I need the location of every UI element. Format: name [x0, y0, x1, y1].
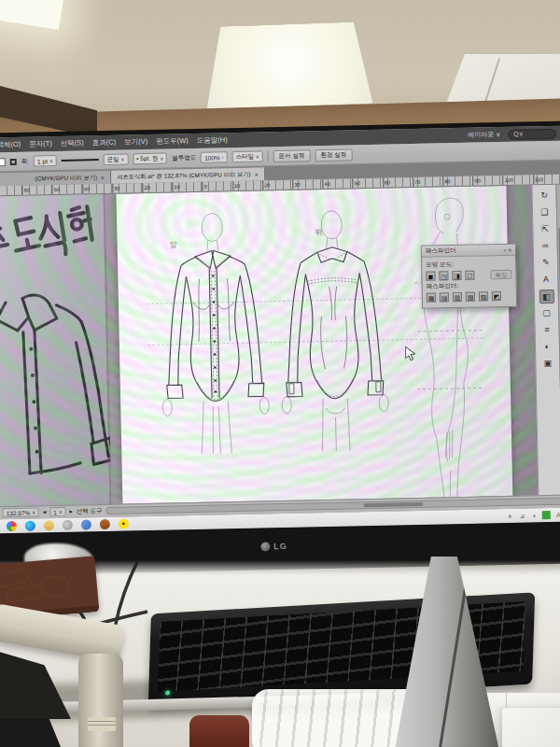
document-setup-button[interactable]: 문서 설정	[273, 149, 310, 162]
chrome-icon[interactable]	[7, 521, 17, 531]
canvas[interactable]: 츠도식화	[0, 185, 538, 506]
illustrator-window: 객체(O)문자(T)선택(S)효과(C)보기(V)윈도우(W)도움말(H) 레이…	[0, 126, 560, 534]
tray-volume-icon[interactable]: ◖	[530, 511, 539, 519]
close-icon[interactable]: ×	[255, 171, 259, 177]
layers-panel-icon[interactable]: ≡	[539, 323, 554, 337]
front-view-label: 앞	[170, 239, 177, 249]
preferences-button[interactable]: 환경 설정	[315, 148, 352, 162]
pathfinder-panel: 패스파인더 « ≡ 모양 모드: ◼◳◨◻ 확장 패스파인더: ▦▤▥▧▨◩	[421, 244, 517, 309]
outline-button[interactable]: ▨	[479, 291, 488, 301]
exclude-button[interactable]: ◻	[465, 271, 474, 280]
zoom-field[interactable]: 132.87%∨	[3, 507, 40, 517]
folder-icon[interactable]	[44, 520, 54, 530]
tray-network-icon[interactable]: ⊿	[518, 512, 526, 520]
minus-front-button[interactable]: ◳	[439, 271, 448, 280]
tray-caret-icon[interactable]: ∧	[506, 512, 514, 520]
style-select[interactable]: 스타일∨	[231, 150, 262, 162]
variable-width-preview	[62, 159, 99, 162]
ceiling-light-corner	[0, 0, 63, 30]
pathfinder-buttons: ▦▤▥▧▨◩	[427, 291, 501, 303]
intersect-button[interactable]: ◨	[452, 271, 461, 280]
kakaotalk-icon[interactable]: ●	[119, 518, 129, 529]
width-profile-select[interactable]: 균일∨	[103, 153, 128, 165]
white-box	[502, 708, 560, 747]
search-icon: Q∨	[513, 131, 524, 138]
stroke-weight-field[interactable]: 1 pt∨	[34, 155, 57, 167]
lg-monitor: 객체(O)문자(T)선택(S)효과(C)보기(V)윈도우(W)도움말(H) 레이…	[0, 121, 560, 576]
shape-mode-buttons: ◼◳◨◻	[426, 271, 474, 281]
photos-icon[interactable]	[81, 519, 91, 529]
properties-panel-icon[interactable]: ↻	[537, 189, 552, 203]
opacity-label: 불투명도	[172, 153, 196, 162]
handwritten-caption: 츠도식화	[0, 215, 32, 229]
links-panel-icon[interactable]: ∞	[538, 239, 553, 253]
menu-select[interactable]: 선택(S)	[61, 138, 84, 148]
taskbar-app-icons: ●	[7, 518, 129, 531]
tray-ime-icon[interactable]: A	[554, 511, 560, 519]
stroke-label: 획:	[21, 157, 29, 165]
hwp-icon[interactable]	[100, 519, 110, 529]
export-panel-icon[interactable]: ⇱	[538, 222, 553, 236]
stock-search-input[interactable]: Q∨	[508, 128, 556, 139]
lamp-label-sticker	[88, 717, 116, 731]
desk	[0, 560, 560, 747]
crop-button[interactable]: ▧	[466, 292, 475, 302]
placed-sketch-image: 츠도식화	[0, 194, 111, 506]
red-box	[189, 715, 249, 747]
artboard-nav-prev-icon[interactable]: ◂	[43, 508, 46, 515]
close-icon[interactable]: ×	[101, 174, 105, 180]
artboard: 앞 뒤	[116, 186, 512, 504]
pathfinder-label: 패스파인더:	[427, 281, 512, 291]
hand-drawn-shirt-sketch	[0, 275, 111, 482]
cookie	[5, 584, 44, 603]
lg-logo-icon	[260, 542, 270, 551]
unite-button[interactable]: ◼	[426, 272, 435, 281]
keyboard-led	[165, 690, 170, 695]
ceiling-light-panel	[204, 21, 373, 109]
panel-menu-icon[interactable]: « ≡	[503, 247, 511, 252]
mouse-cursor	[405, 346, 416, 361]
dock-icons: ↻❏⇱∞✎A◧▢≡◐▣	[537, 189, 555, 371]
menu-window[interactable]: 윈도우(W)	[156, 136, 189, 147]
merge-button[interactable]: ▥	[453, 292, 462, 302]
libraries-panel-icon[interactable]: ❏	[537, 205, 552, 219]
workspace-switcher[interactable]: 레이아웃 ∨	[468, 130, 500, 140]
current-tool-label: 선택 도구	[77, 507, 103, 516]
back-flat-drawing	[275, 205, 393, 455]
artboard-nav-field[interactable]: 1∨	[49, 507, 66, 516]
brush-select[interactable]: • 5pt. 원∨	[133, 153, 167, 165]
desk-lamp-column	[78, 654, 123, 747]
trim-button[interactable]: ▤	[440, 292, 449, 302]
menu-view[interactable]: 보기(V)	[124, 137, 147, 148]
menu-effect[interactable]: 효과(C)	[92, 138, 117, 148]
tray-messenger-icon[interactable]	[542, 511, 551, 519]
lg-logo: LG	[260, 542, 287, 552]
edge-icon[interactable]	[25, 521, 35, 531]
fill-color-chip[interactable]	[0, 158, 6, 166]
expand-button[interactable]: 확장	[490, 270, 511, 279]
back-view-label: 뒤	[315, 227, 322, 237]
artboards-panel-icon[interactable]: ▢	[539, 306, 554, 320]
menu-type[interactable]: 문자(T)	[29, 139, 52, 149]
cookie	[40, 574, 70, 598]
photo-of-monitor-scene: 객체(O)문자(T)선택(S)효과(C)보기(V)윈도우(W)도움말(H) 레이…	[0, 0, 560, 747]
pathfinder-panel-icon[interactable]: ◧	[539, 289, 553, 303]
settings-icon[interactable]	[63, 520, 73, 530]
swatches-panel-icon[interactable]: ▣	[540, 357, 555, 371]
shape-modes-label: 모양 모드:	[426, 260, 511, 270]
opacity-field[interactable]: 100%›	[201, 151, 228, 163]
ceiling	[0, 0, 560, 142]
color-panel-icon[interactable]: ◐	[539, 340, 554, 354]
minus-back-button[interactable]: ◩	[492, 291, 501, 301]
lg-logo-text: LG	[273, 542, 287, 551]
artboard-nav-next-icon[interactable]: ▸	[69, 508, 72, 515]
divide-button[interactable]: ▦	[427, 293, 436, 303]
stroke-color-chip[interactable]	[10, 158, 17, 164]
taskbar-tray-icons: ∧⊿◖A	[506, 511, 560, 520]
brushes-panel-icon[interactable]: ✎	[538, 256, 553, 270]
pathfinder-panel-title: 패스파인더	[426, 247, 456, 256]
character-panel-icon[interactable]: A	[539, 273, 553, 287]
menu-object[interactable]: 객체(O)	[0, 140, 21, 150]
menu-help[interactable]: 도움말(H)	[197, 135, 228, 146]
